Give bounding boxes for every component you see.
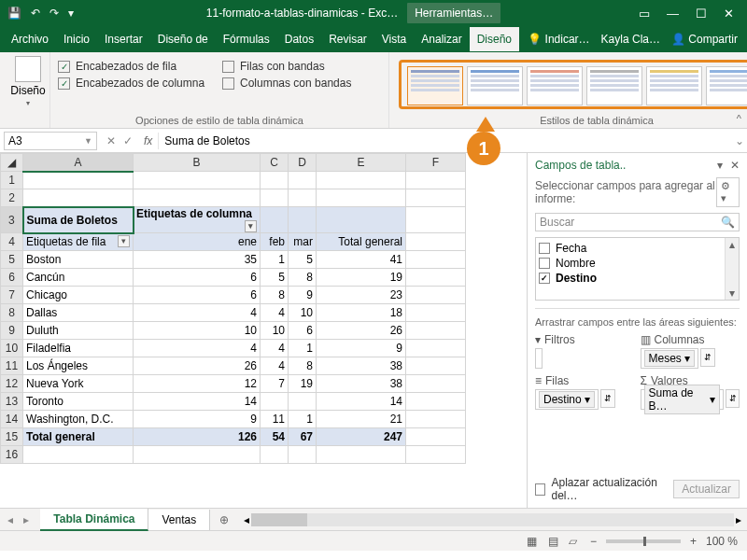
tab-datos[interactable]: Datos: [277, 27, 321, 51]
row-header[interactable]: 4: [1, 233, 23, 251]
area-filters[interactable]: ▾Filtros: [535, 333, 635, 369]
pane-menu-icon[interactable]: ▾: [717, 159, 723, 172]
style-thumb[interactable]: [467, 66, 523, 105]
col-header[interactable]: A: [23, 154, 134, 172]
style-thumb[interactable]: [706, 66, 747, 105]
title-bar: 💾 ↶ ↷ ▾ 11-formato-a-tablas-dinamicas - …: [0, 0, 747, 26]
formula-input[interactable]: Suma de Boletos: [158, 133, 732, 149]
new-sheet-icon[interactable]: ⊕: [210, 513, 238, 526]
close-icon[interactable]: ✕: [724, 7, 734, 21]
qat-more-icon[interactable]: ▾: [68, 7, 74, 20]
columns-icon: ▥: [641, 333, 651, 346]
cell[interactable]: Total general: [317, 233, 406, 251]
tab-insertar[interactable]: Insertar: [97, 27, 150, 51]
callout-number: 1: [467, 132, 500, 165]
col-header[interactable]: E: [317, 154, 406, 172]
scrollbar[interactable]: ▴▾: [725, 238, 739, 300]
field-fecha[interactable]: Fecha: [539, 241, 736, 256]
cell[interactable]: ene: [134, 233, 261, 251]
style-thumb[interactable]: [646, 66, 702, 105]
layout-button[interactable]: Diseño ▾: [7, 56, 49, 107]
pivot-styles-gallery[interactable]: ▴▾▾: [399, 60, 747, 109]
sheet-tab-active[interactable]: Tabla Dinámica: [40, 509, 148, 531]
tab-inicio[interactable]: Inicio: [56, 27, 97, 51]
expand-formula-icon[interactable]: ⌄: [732, 134, 747, 147]
col-header[interactable]: B: [134, 154, 261, 172]
select-all[interactable]: ◢: [1, 154, 23, 172]
fx-icon[interactable]: fx: [138, 134, 158, 147]
defer-checkbox[interactable]: Aplazar actualización del…: [535, 476, 668, 502]
style-thumb[interactable]: [586, 66, 642, 105]
field-list[interactable]: Fecha Nombre ✓Destino ▴▾: [535, 237, 740, 301]
area-columns[interactable]: ▥Columnas Meses▾⇵: [641, 333, 740, 369]
save-icon[interactable]: 💾: [7, 7, 21, 20]
undo-icon[interactable]: ↶: [31, 7, 40, 20]
filter-dropdown-icon[interactable]: ▾: [245, 220, 257, 232]
ribbon-tabs: Archivo Inicio Insertar Diseño de Fórmul…: [0, 26, 747, 52]
cell[interactable]: mar: [289, 233, 317, 251]
zoom-level[interactable]: 100 %: [706, 535, 738, 548]
style-thumb[interactable]: [407, 66, 463, 105]
zoom-slider[interactable]: [606, 539, 681, 543]
tab-formulas[interactable]: Fórmulas: [216, 27, 277, 51]
zoom-in-icon[interactable]: +: [690, 535, 697, 548]
chk-header-rows[interactable]: ✓Encabezados de fila: [58, 60, 217, 73]
chk-header-cols[interactable]: ✓Encabezados de columna: [58, 77, 217, 90]
tab-diseno[interactable]: Diseño: [470, 27, 519, 51]
view-buttons[interactable]: ▦ ▤ ▱: [523, 535, 581, 548]
zoom-out-icon[interactable]: −: [590, 535, 597, 548]
minimize-icon[interactable]: —: [667, 7, 679, 21]
chevron-down-icon[interactable]: ▼: [84, 136, 92, 146]
gear-icon[interactable]: ⚙ ▾: [716, 177, 740, 207]
horizontal-scrollbar[interactable]: ◂▸: [238, 513, 747, 526]
collapse-ribbon-icon[interactable]: ^: [737, 113, 741, 124]
chk-banded-rows[interactable]: Filas con bandas: [222, 60, 381, 73]
cell[interactable]: Etiquetas de fila▾: [23, 233, 134, 251]
document-title: 11-formato-a-tablas-dinamicas - Exc…: [206, 7, 398, 20]
accept-formula-icon[interactable]: ✓: [123, 134, 133, 147]
tab-analizar[interactable]: Analizar: [414, 27, 469, 51]
cell[interactable]: Etiquetas de columna▾: [134, 207, 261, 233]
share-button[interactable]: 👤 Compartir: [671, 33, 738, 46]
redo-icon[interactable]: ↷: [49, 7, 59, 20]
tab-archivo[interactable]: Archivo: [4, 27, 56, 51]
tell-me[interactable]: 💡 Indicar…: [528, 33, 589, 46]
spreadsheet-grid[interactable]: ◢ A B C D E F 1 2 3 Suma de Boletos Etiq…: [0, 153, 527, 508]
tab-diseno-de[interactable]: Diseño de: [150, 27, 216, 51]
pane-subtitle: Seleccionar campos para agregar al infor…: [535, 179, 716, 205]
name-box[interactable]: A3▼: [4, 132, 97, 150]
field-destino[interactable]: ✓Destino: [539, 271, 736, 286]
user-name[interactable]: Kayla Cla…: [601, 33, 660, 46]
sheet-tabs: ◂ ▸ Tabla Dinámica Ventas ⊕ ◂▸: [0, 508, 747, 530]
cell[interactable]: feb: [261, 233, 289, 251]
maximize-icon[interactable]: ☐: [696, 7, 707, 21]
row-header[interactable]: 2: [1, 189, 23, 207]
area-rows[interactable]: ≡Filas Destino▾⇵: [535, 374, 635, 410]
row-header[interactable]: 3: [1, 207, 23, 233]
page-layout-icon: ▤: [544, 533, 562, 550]
col-header[interactable]: C: [261, 154, 289, 172]
move-icon[interactable]: ⇵: [600, 389, 615, 408]
cell[interactable]: Suma de Boletos: [23, 207, 134, 233]
field-nombre[interactable]: Nombre: [539, 256, 736, 271]
tab-revisar[interactable]: Revisar: [321, 27, 374, 51]
cancel-formula-icon[interactable]: ✕: [106, 134, 116, 147]
area-values[interactable]: ΣValores Suma de B…▾⇵: [641, 374, 740, 410]
row-header[interactable]: 1: [1, 172, 23, 189]
update-button[interactable]: Actualizar: [673, 480, 740, 498]
tab-vista[interactable]: Vista: [374, 27, 414, 51]
style-thumb[interactable]: [527, 66, 583, 105]
sheet-tab[interactable]: Ventas: [148, 510, 210, 530]
group-label-styles: Estilos de tabla dinámica: [397, 113, 747, 126]
move-icon[interactable]: ⇵: [700, 348, 715, 367]
chk-banded-cols[interactable]: Columnas con bandas: [222, 77, 381, 90]
search-input[interactable]: Buscar🔍: [535, 213, 740, 231]
close-pane-icon[interactable]: ✕: [730, 159, 740, 172]
callout-marker: 1: [467, 117, 500, 165]
move-icon[interactable]: ⇵: [726, 389, 740, 408]
sheet-nav[interactable]: ◂ ▸: [0, 513, 40, 526]
ribbon-options-icon[interactable]: ▭: [639, 7, 650, 21]
col-header[interactable]: F: [406, 154, 466, 172]
filter-dropdown-icon[interactable]: ▾: [118, 235, 130, 247]
col-header[interactable]: D: [289, 154, 317, 172]
